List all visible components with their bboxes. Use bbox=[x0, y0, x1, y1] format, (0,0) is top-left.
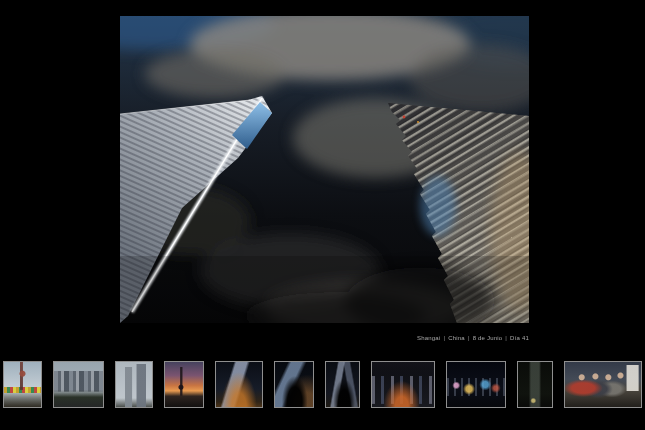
thumbnail-night-cityscape-wide[interactable] bbox=[371, 361, 435, 408]
gallery-page: Shangai|China|8 de Junio|Día 41 bbox=[0, 0, 645, 430]
thumbnail-pearl-tower-sunset[interactable] bbox=[164, 361, 204, 408]
caption-day-number: Día 41 bbox=[510, 335, 529, 341]
filmstrip bbox=[0, 361, 645, 410]
bottom-shade bbox=[120, 256, 529, 323]
caption-date: 8 de Junio bbox=[473, 335, 503, 341]
thumbnail-dark-tower-night[interactable] bbox=[517, 361, 553, 408]
thumbnail-pudong-skyline-day[interactable] bbox=[53, 361, 104, 408]
thumbnail-night-towers-low-angle[interactable] bbox=[215, 361, 263, 408]
photo-caption: Shangai|China|8 de Junio|Día 41 bbox=[120, 334, 529, 342]
main-photo-image bbox=[120, 16, 529, 323]
caption-country: China bbox=[448, 335, 465, 341]
main-photo[interactable] bbox=[120, 16, 529, 323]
caption-separator: | bbox=[443, 335, 445, 341]
thumbnail-towers-day[interactable] bbox=[115, 361, 153, 408]
thumbnail-night-towers-person[interactable] bbox=[325, 361, 360, 408]
caption-separator: | bbox=[505, 335, 507, 341]
caption-location: Shangai bbox=[417, 335, 440, 341]
thumbnail-night-photographer[interactable] bbox=[274, 361, 314, 408]
thumbnail-group-of-people[interactable] bbox=[564, 361, 642, 408]
thumbnail-pearl-tower-flags-day[interactable] bbox=[3, 361, 42, 408]
caption-separator: | bbox=[468, 335, 470, 341]
thumbnail-night-skyline-lights[interactable] bbox=[446, 361, 506, 408]
